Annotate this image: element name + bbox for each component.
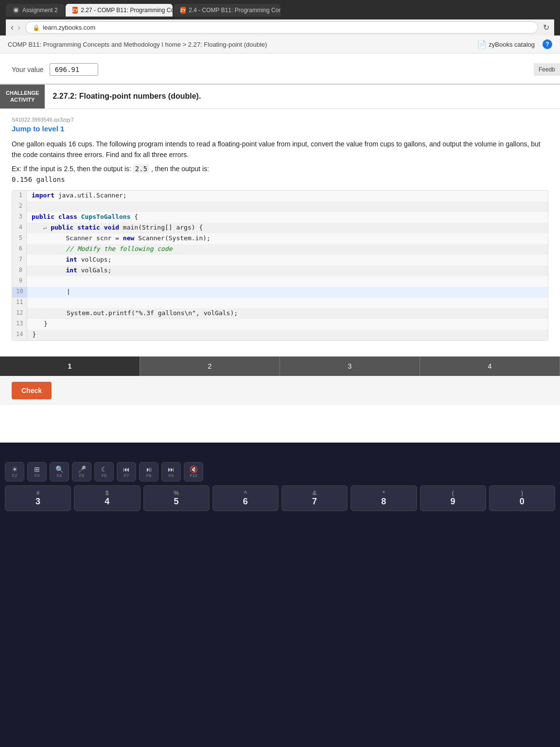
key-8[interactable]: * 8 — [350, 485, 417, 511]
browser-nav: ‹ › — [11, 22, 20, 33]
level-tab-3-label: 3 — [348, 362, 352, 370]
code-line-12: 12 System.out.printf("%.3f gallons\n", v… — [12, 308, 548, 319]
browser-chrome: ⊞ Assignment 2 ZY 2.27 - COMP B11: Progr… — [0, 0, 560, 36]
refresh-button[interactable]: ↻ — [543, 23, 549, 32]
code-line-8: 8 int volGals; — [12, 266, 548, 276]
key-5[interactable]: % 5 — [143, 485, 210, 511]
code-line-7: 7 int volCups; — [12, 255, 548, 266]
example-intro: Ex: If the input is 2.5, then the output… — [12, 165, 548, 173]
code-editor[interactable]: 1 import java.util.Scanner; 2 3 public c… — [12, 190, 548, 341]
bottom-button-area: Check — [0, 376, 560, 405]
challenge-title: 2.27.2: Floating-point numbers (double). — [45, 85, 209, 108]
back-icon[interactable]: ‹ — [11, 22, 14, 33]
assignment-favicon: ⊞ — [13, 7, 19, 14]
address-bar-row: ‹ › 🔒 learn.zybooks.com ↻ — [6, 19, 554, 36]
fn-key-f6[interactable]: ☾ F6 — [94, 462, 114, 481]
zy-favicon-1: ZY — [72, 7, 78, 14]
num-key-row: # 3 $ 4 % 5 ^ 6 & 7 * 8 ( 9 ) 0 — [5, 485, 555, 511]
tab-zy24[interactable]: ZY 2.4 - COMP B11: Programming Concepts … — [174, 4, 280, 17]
catalog-icon: 📄 — [477, 40, 487, 49]
activity-description: One gallon equals 16 cups. The following… — [12, 139, 548, 160]
key-3[interactable]: # 3 — [5, 485, 71, 511]
main-content: Your value Feedb CHALLENGE ACTIVITY 2.27… — [0, 53, 560, 443]
code-line-11: 11 — [12, 298, 548, 308]
check-button[interactable]: Check — [12, 382, 52, 399]
fn-key-f9[interactable]: ⏭ F9 — [161, 462, 181, 481]
help-icon[interactable]: ? — [542, 39, 552, 49]
key-7[interactable]: & 7 — [281, 485, 348, 511]
nav-bar: COMP B11: Programming Concepts and Metho… — [0, 36, 560, 53]
code-line-10[interactable]: 10 | — [12, 287, 548, 298]
fn-key-f2[interactable]: ☀ F2 — [5, 462, 24, 481]
code-line-3: 3 public class CupsToGallons { — [12, 212, 548, 223]
level-tab-3[interactable]: 3 — [280, 356, 420, 376]
address-bar[interactable]: 🔒 learn.zybooks.com — [25, 21, 538, 34]
tab-zy227-label: 2.27 - COMP B11: Programming Concepts... — [81, 7, 172, 14]
fn-key-f5[interactable]: 🎤 F5 — [72, 462, 91, 481]
browser-toolbar: ⊞ Assignment 2 ZY 2.27 - COMP B11: Progr… — [6, 4, 554, 17]
code-line-6: 6 // Modify the following code — [12, 244, 548, 255]
code-line-4: 4 ↵ public static void main(String[] arg… — [12, 223, 548, 233]
code-line-1: 1 import java.util.Scanner; — [12, 191, 548, 201]
tab-assignment2[interactable]: ⊞ Assignment 2 — [6, 4, 65, 17]
activity-content: S41022.3993546.qx3zqy7 Jump to level 1 O… — [0, 109, 560, 357]
level-tab-2[interactable]: 2 — [140, 356, 280, 376]
fn-key-f4[interactable]: 🔍 F4 — [50, 462, 69, 481]
fn-key-f7[interactable]: ⏮ F7 — [117, 462, 136, 481]
your-value-row: Your value — [12, 63, 548, 76]
code-line-2: 2 — [12, 201, 548, 212]
code-line-14: 14 } — [12, 330, 548, 340]
key-9[interactable]: ( 9 — [420, 485, 486, 511]
jump-to-level-button[interactable]: Jump to level 1 — [12, 124, 548, 133]
tab-assignment2-label: Assignment 2 — [22, 7, 58, 14]
code-line-9: 9 — [12, 276, 548, 287]
level-tab-2-label: 2 — [208, 362, 212, 370]
nav-right: 📄 zyBooks catalog ? — [477, 39, 552, 49]
level-tab-1-label: 1 — [68, 362, 72, 370]
lock-icon: 🔒 — [33, 24, 40, 31]
level-tabs: 1 2 3 4 — [0, 356, 560, 376]
level-tab-4-label: 4 — [488, 362, 492, 370]
key-0[interactable]: ) 0 — [489, 485, 555, 511]
activity-id: S41022.3993546.qx3zqy7 — [12, 117, 548, 123]
your-value-section: Your value Feedb — [0, 53, 560, 84]
fn-key-f3[interactable]: ⊞ F3 — [27, 462, 47, 481]
challenge-label-line2: ACTIVITY — [10, 96, 35, 103]
example-input-value: 2.5 — [133, 164, 149, 173]
key-4[interactable]: $ 4 — [74, 485, 140, 511]
example-output: 0.156 gallons — [12, 176, 548, 183]
fn-key-f8[interactable]: ⏯ F8 — [139, 462, 158, 481]
fn-key-row: ☀ F2 ⊞ F3 🔍 F4 🎤 F5 ☾ F6 ⏮ F7 ⏯ — [5, 462, 555, 481]
keyboard-area: ☀ F2 ⊞ F3 🔍 F4 🎤 F5 ☾ F6 ⏮ F7 ⏯ — [0, 452, 560, 516]
code-line-13: 13 } — [12, 319, 548, 330]
browser-tabs: ⊞ Assignment 2 ZY 2.27 - COMP B11: Progr… — [6, 4, 280, 17]
url-text: learn.zybooks.com — [43, 24, 95, 31]
challenge-activity-label: CHALLENGE ACTIVITY — [0, 85, 45, 108]
challenge-header: CHALLENGE ACTIVITY 2.27.2: Floating-poin… — [0, 84, 560, 109]
level-tab-4[interactable]: 4 — [420, 356, 560, 376]
zy-catalog-button[interactable]: 📄 zyBooks catalog — [477, 40, 535, 49]
level-tab-1[interactable]: 1 — [0, 356, 140, 376]
zy-favicon-2: ZY — [180, 7, 186, 14]
catalog-label: zyBooks catalog — [489, 41, 535, 48]
challenge-label-line1: CHALLENGE — [6, 89, 39, 96]
your-value-input[interactable] — [50, 63, 98, 76]
fn-key-f10[interactable]: 🔇 F10 — [184, 462, 203, 481]
your-value-label: Your value — [12, 66, 44, 73]
tab-zy227[interactable]: ZY 2.27 - COMP B11: Programming Concepts… — [66, 4, 173, 17]
breadcrumb: COMP B11: Programming Concepts and Metho… — [8, 41, 267, 48]
tab-zy24-label: 2.4 - COMP B11: Programming Concepts a..… — [189, 7, 280, 14]
code-line-5: 5 Scanner scnr = new Scanner(System.in); — [12, 233, 548, 244]
feedback-button[interactable]: Feedb — [534, 63, 560, 76]
key-6[interactable]: ^ 6 — [212, 485, 279, 511]
forward-icon[interactable]: › — [18, 22, 20, 33]
